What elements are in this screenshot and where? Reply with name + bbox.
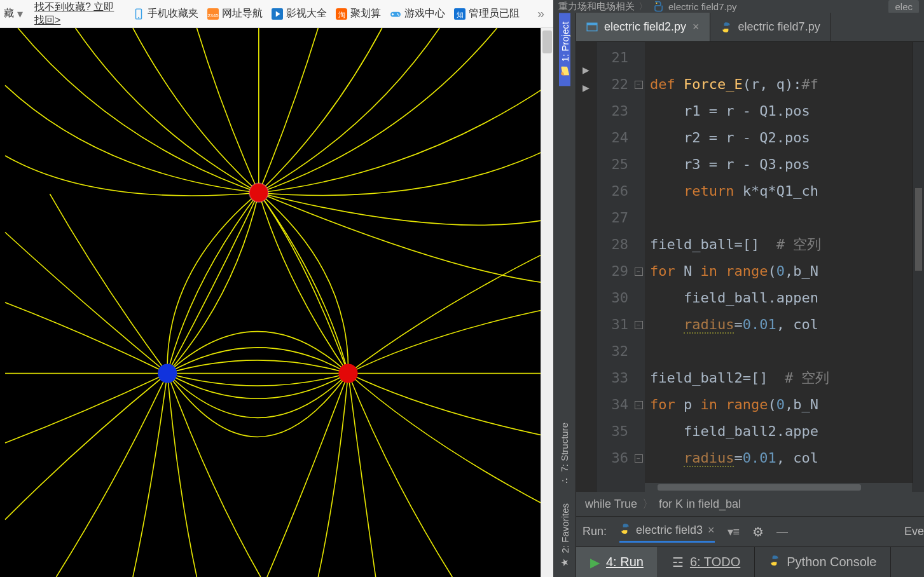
project-tree-collapsed[interactable]: ▶ ▶ [576, 42, 596, 492]
editor-horizontal-scrollbar[interactable] [645, 483, 913, 492]
bottom-tab-todo[interactable]: ☲ 6: TODO [658, 547, 755, 577]
code-editor[interactable]: ▶ ▶ 21222324252627282930313233343536 −−−… [576, 42, 924, 492]
svg-point-11 [397, 13, 398, 14]
file-tab-label: electric field2.py [604, 20, 686, 34]
python-file-icon [619, 523, 631, 538]
bookmark-item-tao[interactable]: 淘 聚划算 [336, 7, 381, 20]
bottom-tab-label: Python Console [787, 555, 876, 569]
app-window-icon [586, 22, 598, 33]
scrollbar-thumb[interactable] [542, 31, 552, 53]
charge-red-right [338, 363, 357, 383]
svg-text:知: 知 [456, 10, 463, 18]
bookmark-item-video[interactable]: 影视大全 [272, 7, 327, 20]
tool-tab-project[interactable]: 📁 1: Project [559, 13, 570, 86]
field-lines-svg [0, 28, 553, 577]
editor-marker-strip[interactable] [913, 42, 924, 492]
folder-icon: 📁 [559, 65, 570, 77]
bookmark-label: 游戏中心 [404, 7, 445, 20]
browser-pane: 藏 ▾ 找不到收藏? 立即找回> 手机收藏夹 2345 网址导航 影视大全 淘 … [0, 0, 553, 577]
tree-expand-icon[interactable]: ▶ [583, 83, 590, 93]
svg-point-16 [656, 3, 658, 4]
tree-expand-icon[interactable]: ▶ [583, 65, 590, 75]
svg-rect-18 [587, 23, 597, 25]
marker-region [915, 188, 922, 271]
breadcrumb-file[interactable]: electric field7.py [668, 1, 737, 12]
svg-point-12 [398, 14, 399, 15]
events-label[interactable]: Eve [904, 525, 924, 538]
breadcrumb-for[interactable]: for K in field_bal [659, 498, 741, 511]
code-content[interactable]: def Force_E(r, q):#f r1 = r - Q1.pos r2 … [645, 42, 913, 492]
run-config-tab[interactable]: electric field3 × [619, 523, 715, 540]
ide-path-breadcrumb: 重力场和电场相关 〉 electric field7.py elec [553, 0, 924, 13]
run-filter-icon[interactable]: ▾≡ [727, 525, 740, 539]
bottom-tab-label: 6: TODO [690, 555, 740, 569]
bookmark-label: 手机收藏夹 [148, 7, 198, 20]
breadcrumb-folder[interactable]: 重力场和电场相关 [558, 1, 635, 13]
bookmark-item-admin[interactable]: 知 管理员已阻 [454, 7, 520, 20]
gear-icon[interactable]: ⚙ [752, 524, 764, 540]
tool-tab-structure[interactable]: ⛬ 7: Structure [559, 414, 570, 494]
bookmark-item-game[interactable]: 游戏中心 [390, 7, 445, 20]
run-tool-bar: Run: electric field3 × ▾≡ ⚙ — Eve [576, 516, 924, 546]
chevron-down-icon: ▾ [17, 7, 23, 21]
list-icon: ☲ [672, 555, 684, 570]
close-icon[interactable]: × [693, 20, 700, 34]
bookmark-label: 管理员已阻 [469, 7, 520, 20]
bookmark-recover-link[interactable]: 找不到收藏? 立即找回> [34, 1, 124, 27]
bookmark-folder[interactable]: 藏 ▾ [4, 7, 25, 21]
line-number-gutter: 21222324252627282930313233343536 [596, 42, 632, 492]
bottom-tab-run[interactable]: ▶ 4: Run [576, 547, 658, 577]
bottom-tab-console[interactable]: Python Console [755, 547, 891, 577]
ide-left-toolstrip: 📁 1: Project ⛬ 7: Structure ★ 2: Favorit… [553, 13, 576, 577]
breadcrumb-right-tab[interactable]: elec [888, 0, 919, 13]
ide-pane: 重力场和电场相关 〉 electric field7.py elec 📁 1: … [553, 0, 924, 577]
video-icon [272, 8, 283, 20]
browser-bookmark-bar: 藏 ▾ 找不到收藏? 立即找回> 手机收藏夹 2345 网址导航 影视大全 淘 … [0, 0, 553, 28]
file-tab-electric-field2[interactable]: electric field2.py × [576, 13, 710, 41]
browser-scrollbar[interactable] [541, 28, 553, 577]
svg-text:淘: 淘 [338, 10, 345, 18]
bookmark-folder-label: 藏 [4, 7, 14, 20]
nav-icon: 2345 [207, 8, 219, 20]
charge-blue [158, 363, 177, 383]
close-icon[interactable]: × [708, 524, 715, 537]
field-lines-red-right [267, 252, 548, 577]
run-label: Run: [583, 525, 607, 538]
fold-column: −−−−− [632, 42, 645, 492]
svg-text:2345: 2345 [207, 12, 219, 18]
bookmark-label: 影视大全 [286, 7, 327, 20]
tao-icon: 淘 [336, 8, 347, 20]
bookmark-label: 聚划算 [350, 7, 381, 20]
python-file-icon [721, 22, 732, 33]
bookmark-item-nav[interactable]: 2345 网址导航 [207, 7, 263, 20]
zhi-icon: 知 [454, 8, 465, 20]
svg-rect-10 [392, 13, 394, 14]
play-icon: ▶ [590, 555, 600, 570]
code-breadcrumb: while True 〉 for K in field_bal [576, 492, 924, 516]
tool-tab-label: 7: Structure [559, 423, 570, 472]
tool-tab-favorites[interactable]: ★ 2: Favorites [559, 494, 570, 577]
tool-tab-label: 2: Favorites [559, 503, 570, 553]
mobile-icon [133, 8, 144, 20]
python-icon [769, 555, 780, 569]
tool-tab-label: 1: Project [559, 22, 570, 62]
bookmark-item-mobile[interactable]: 手机收藏夹 [133, 7, 198, 20]
run-config-name: electric field3 [636, 524, 703, 537]
scrollbar-thumb[interactable] [658, 484, 861, 491]
bottom-tab-label: 4: Run [606, 555, 644, 569]
gamepad-icon [390, 8, 401, 20]
python-file-icon [652, 0, 665, 13]
run-minimize-icon[interactable]: — [776, 525, 788, 538]
file-tab-electric-field7[interactable]: electric field7.py [710, 13, 831, 41]
star-icon: ★ [559, 557, 570, 568]
file-tab-label: electric field7.py [738, 20, 820, 34]
svg-point-1 [138, 17, 139, 18]
editor-file-tabs: electric field2.py × electric field7.py [576, 13, 924, 42]
ide-bottom-tabs: ▶ 4: Run ☲ 6: TODO Python Console [576, 546, 924, 577]
breadcrumb-while[interactable]: while True [585, 498, 637, 511]
bookmark-label: 网址导航 [222, 7, 263, 20]
structure-icon: ⛬ [560, 475, 569, 486]
simulation-canvas[interactable] [0, 28, 553, 577]
bookmark-more[interactable]: » [537, 6, 549, 21]
field-lines-top [5, 28, 548, 374]
